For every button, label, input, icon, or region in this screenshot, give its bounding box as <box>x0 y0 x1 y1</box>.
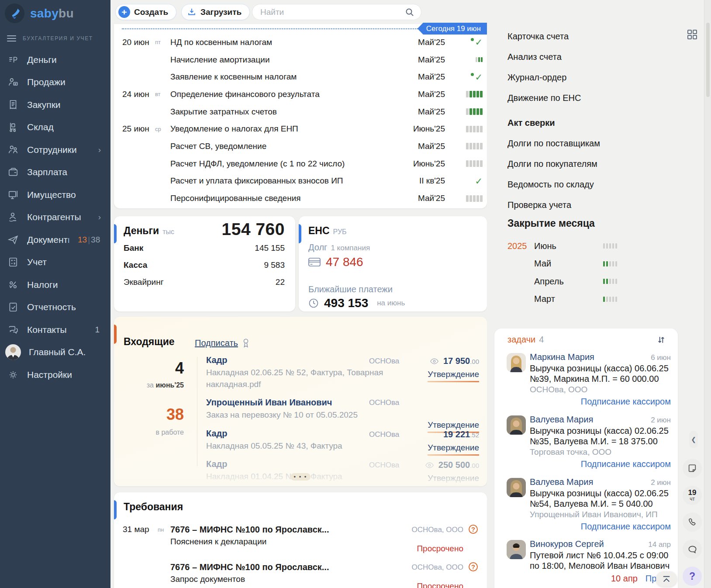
calendar-task-row[interactable]: 20 июнпт НД по косвенным налогам Май'25 … <box>114 34 487 51</box>
avatar[interactable] <box>507 415 526 435</box>
help-button[interactable]: ? <box>683 567 702 586</box>
inbox-doc-row[interactable]: Кадр Накладная 01.04.25 № 30, Фактура ОС… <box>206 459 479 482</box>
sidebar-item-purchases[interactable]: Закупки <box>0 93 110 116</box>
sidebar-item-warehouse[interactable]: Склад <box>0 116 110 139</box>
report-link-account-analysis[interactable]: Анализ счета <box>507 52 600 62</box>
calendar-task-row[interactable]: Закрытие затратных счетов Май'25 <box>114 103 487 121</box>
search-icon[interactable] <box>404 7 415 17</box>
avatar[interactable] <box>507 478 526 497</box>
calendar-task-row[interactable]: Начисление амортизации Май'25 <box>114 51 487 69</box>
phone-button[interactable] <box>683 512 702 532</box>
tasks-card: задачи4 Маркина Мария6 июн Выручка розни… <box>494 329 678 588</box>
scroll-to-top-button[interactable] <box>656 571 677 587</box>
report-group-reconciliation[interactable]: Акт сверки <box>507 118 600 128</box>
sidebar-item-profile[interactable]: Главный С.А. <box>0 341 110 364</box>
monitor-icon <box>7 189 19 201</box>
sidebar-item-partners[interactable]: Контрагенты › <box>0 206 110 229</box>
inbox-new-count[interactable]: 4 за июнь'25 <box>114 360 184 389</box>
grid-view-icon[interactable] <box>687 29 698 40</box>
sidebar-item-salary[interactable]: Зарплата <box>0 161 110 184</box>
task-item[interactable]: Валуева Мария2 июн Выручка розницы (касс… <box>507 415 671 469</box>
sidebar-item-contacts[interactable]: Контакты 1 <box>0 318 110 341</box>
scrollbar-thumb[interactable] <box>706 23 710 97</box>
calendar-day-button[interactable]: 19 чт <box>683 486 702 505</box>
approve-link[interactable]: Утверждение <box>428 474 479 486</box>
avatar[interactable] <box>507 353 526 372</box>
approve-link[interactable]: Утверждение <box>428 443 479 456</box>
create-button[interactable]: + Создать <box>115 4 176 20</box>
search-field[interactable] <box>252 4 421 20</box>
status-done-icon: ✓ <box>451 176 487 186</box>
report-link-supplier-debts[interactable]: Долги по поставщикам <box>507 138 600 149</box>
calendar-task-row[interactable]: Персонифицированные сведения Май'25 <box>114 190 487 207</box>
notes-button[interactable] <box>683 459 702 478</box>
avatar[interactable] <box>507 540 526 559</box>
inbox-doc-row[interactable]: Кадр Накладная 05.05.25 № 43, Фактура ОС… <box>206 429 479 452</box>
calendar-task-row[interactable]: Заявление к косвенным налогам Май'25 ✓ <box>114 68 487 86</box>
inbox-doc-row[interactable]: Упрощенный Иван Иванович Заказ на перево… <box>206 398 479 421</box>
ens-card[interactable]: ЕНСРУБ Долг1 компания 47 846 Ближайшие п… <box>299 216 487 311</box>
today-badge[interactable]: Сегодня 19 июн <box>418 23 487 35</box>
report-link-buyer-debts[interactable]: Долги по покупателям <box>507 159 600 169</box>
sidebar-item-accounting[interactable]: Учет <box>0 251 110 274</box>
report-link-ens-movement[interactable]: Движение по ЕНС <box>507 93 600 103</box>
task-action-link[interactable]: Подписание кассиром <box>530 522 671 532</box>
report-link-warehouse-sheet[interactable]: Ведомость по складу <box>507 180 600 190</box>
calendar-task-row[interactable]: Расчет НДФЛ, уведомление (с 1 по 22 числ… <box>114 155 487 173</box>
sidebar-item-money[interactable]: Деньги <box>0 48 110 71</box>
month-close-row[interactable]: Май <box>507 255 682 273</box>
sidebar-item-property[interactable]: Имущество <box>0 183 110 206</box>
question-status-icon[interactable]: ? <box>469 562 478 571</box>
inbox-doc-row[interactable]: Кадр Накладная 02.06.25 № 52, Фактура, Т… <box>206 355 479 390</box>
ens-upcoming-row[interactable]: 493 153 на июнь <box>308 296 405 310</box>
search-input[interactable] <box>260 7 404 17</box>
approve-link[interactable]: Утверждение <box>428 370 479 382</box>
report-link-accounting-check[interactable]: Проверка учета <box>507 200 600 210</box>
sidebar-item-taxes[interactable]: Налоги <box>0 273 110 296</box>
sign-link[interactable]: Подписать <box>195 338 250 348</box>
sidebar-item-reporting[interactable]: Отчетность <box>0 296 110 319</box>
task-item[interactable]: Винокуров Сергей14 апр Путевой лист №6 1… <box>507 539 671 584</box>
sidebar-section-label: БУХГАЛТЕРИЯ И УЧЕТ <box>23 35 93 42</box>
month-close-row[interactable]: Апрель <box>507 273 682 291</box>
report-link-journal-order[interactable]: Журнал-ордер <box>507 73 600 83</box>
clock-icon <box>308 298 319 308</box>
panel-collapse-chevron[interactable]: ❮ <box>689 431 698 448</box>
money-row-acquiring[interactable]: Эквайринг22 <box>124 277 285 287</box>
seal-icon <box>242 338 250 348</box>
calendar-task-row[interactable]: Расчет и уплата фиксированных взносов ИП… <box>114 173 487 190</box>
demand-row[interactable]: 31 мар пн 7676 – МИФНС №100 по Ярославск… <box>123 525 479 546</box>
sidebar-item-settings[interactable]: Настройки <box>0 363 110 386</box>
sidebar-item-employees[interactable]: Сотрудники › <box>0 138 110 161</box>
sidebar-item-sales[interactable]: Продажи <box>0 71 110 94</box>
question-status-icon[interactable]: ? <box>469 525 478 534</box>
task-action-link[interactable]: Подписание кассиром <box>530 397 671 407</box>
receipt-icon <box>7 99 19 111</box>
demand-row[interactable]: 7676 – МИФНС №100 по Ярославск... Запрос… <box>123 562 479 584</box>
eye-icon[interactable] <box>425 462 434 469</box>
month-close-row[interactable]: Март <box>507 291 682 308</box>
calendar-task-row[interactable]: Расчет СВ, уведомление Май'25 <box>114 138 487 155</box>
money-row-cash[interactable]: Касса9 583 <box>124 260 285 270</box>
scrollbar[interactable] <box>704 0 711 588</box>
upload-button[interactable]: Загрузить <box>181 4 250 20</box>
sort-icon[interactable] <box>657 336 666 344</box>
calendar-task-row[interactable]: 25 июнср Уведомление о налогах для ЕНП И… <box>114 120 487 138</box>
sidebar-item-documents[interactable]: Документы 13|38 <box>0 228 110 251</box>
calendar-task-row[interactable]: 24 июнвт Определение финансового результ… <box>114 86 487 103</box>
task-item[interactable]: Валуева Мария2 июн Выручка розницы (касс… <box>507 477 671 532</box>
task-action-link[interactable]: Подписание кассиром <box>530 459 671 469</box>
report-link-account-card[interactable]: Карточка счета <box>507 31 600 42</box>
percent-icon <box>7 279 19 291</box>
menu-burger-icon[interactable] <box>7 34 16 43</box>
show-more-button[interactable]: • • • <box>290 473 311 481</box>
app-logo[interactable]: sabybu <box>0 0 110 23</box>
task-item[interactable]: Маркина Мария6 июн Выручка розницы (касс… <box>507 352 671 407</box>
eye-icon[interactable] <box>430 358 439 365</box>
money-row-bank[interactable]: Банк145 155 <box>124 243 285 253</box>
inbox-work-count[interactable]: 38 в работе <box>114 407 184 436</box>
money-card[interactable]: Деньгитыс 154 760 Банк145 155 Касса9 583… <box>114 216 295 311</box>
month-close-row[interactable]: 2025 Июнь <box>507 237 682 255</box>
chat-button[interactable] <box>683 540 702 559</box>
ens-debt-row[interactable]: 47 846 <box>308 255 363 269</box>
